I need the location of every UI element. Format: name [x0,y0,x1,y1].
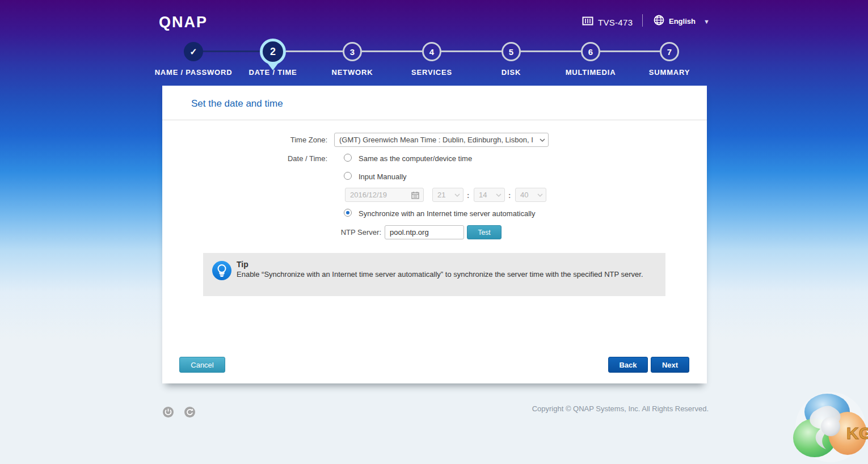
nas-device-icon [582,15,593,29]
second-select[interactable]: 40 [515,188,546,202]
stepper-connector [521,50,581,52]
restart-button[interactable] [184,407,195,420]
tip-box: Tip Enable “Synchronize with an Internet… [203,253,665,296]
lightbulb-icon [212,260,232,283]
timezone-value: (GMT) Greenwich Mean Time : Dublin, Edin… [339,136,533,144]
step-summary-label: SUMMARY [649,68,690,77]
date-picker-field[interactable]: 2016/12/19 [345,188,424,202]
hour-select[interactable]: 21 [432,188,464,202]
step-network-circle[interactable]: 3 [343,42,362,61]
page-title: Set the date and time [191,98,283,109]
header-divider [642,14,643,27]
hour-value: 21 [437,191,445,199]
next-button[interactable]: Next [651,357,689,373]
tip-text: Enable “Synchronize with an Internet tim… [237,270,645,279]
copyright-text: Copyright © QNAP Systems, Inc. All Right… [532,404,709,413]
minute-select[interactable]: 14 [474,188,505,202]
timezone-label: Time Zone: [237,136,327,144]
radio-input-manually[interactable] [344,172,352,180]
stepper-connector [600,50,660,52]
step-date-time-marker[interactable]: 2 [259,37,287,71]
language-label: English [669,17,696,26]
step-name-password-circle[interactable]: ✓ [184,42,203,61]
device-info: TVS-473 [582,15,633,29]
qnap-logo: QNAP [159,14,208,31]
second-value: 40 [520,191,528,199]
radio-sync-internet-time-label: Synchronize with an Internet time server… [359,209,535,218]
minute-value: 14 [479,191,487,199]
step-summary-circle[interactable]: 7 [660,42,679,61]
globe-icon [654,15,664,28]
radio-input-manually-label: Input Manually [359,172,407,181]
step-date-time-circle: 2 [260,39,286,65]
step-network-label: NETWORK [332,68,373,77]
step-services-label: SERVICES [411,68,452,77]
chevron-down-icon: ▼ [703,18,710,25]
timezone-select[interactable]: (GMT) Greenwich Mean Time : Dublin, Edin… [334,133,549,147]
kitguru-text: KG [846,424,868,442]
datetime-label: Date / Time: [237,154,327,163]
wizard-card: Set the date and time Time Zone: (GMT) G… [162,86,707,383]
check-icon: ✓ [189,47,197,57]
stepper-connector [286,50,343,52]
ntp-server-input[interactable] [385,225,464,239]
tip-title: Tip [237,260,248,269]
step-multimedia-circle[interactable]: 6 [581,42,600,61]
language-selector[interactable]: English ▼ [654,15,710,28]
stepper-connector [362,50,422,52]
stepper-connector-done [203,50,261,52]
date-value: 2016/12/19 [350,191,387,199]
step-name-password-label: NAME / PASSWORD [155,68,233,77]
chevron-down-icon [537,193,543,197]
back-button[interactable]: Back [608,357,648,373]
power-button[interactable] [163,407,174,420]
radio-same-as-computer[interactable] [344,154,352,162]
step-date-time-label: DATE / TIME [248,68,297,77]
radio-sync-internet-time[interactable] [344,209,352,217]
radio-same-as-computer-label: Same as the computer/device time [359,154,472,163]
calendar-icon [411,191,419,199]
step-disk-circle[interactable]: 5 [502,42,521,61]
chevron-down-icon [540,138,545,142]
cancel-button[interactable]: Cancel [179,357,225,373]
step-multimedia-label: MULTIMEDIA [566,68,616,77]
step-disk-label: DISK [502,68,521,77]
time-colon: : [508,191,511,200]
chevron-down-icon [496,193,502,197]
step-services-circle[interactable]: 4 [422,42,441,61]
stepper-connector [441,50,502,52]
time-colon: : [467,191,469,200]
ntp-server-label: NTP Server: [290,228,381,237]
kitguru-logo: KG [792,390,868,464]
title-divider [162,120,707,120]
test-button[interactable]: Test [467,225,502,239]
device-model-label: TVS-473 [598,18,633,27]
chevron-down-icon [454,193,460,197]
